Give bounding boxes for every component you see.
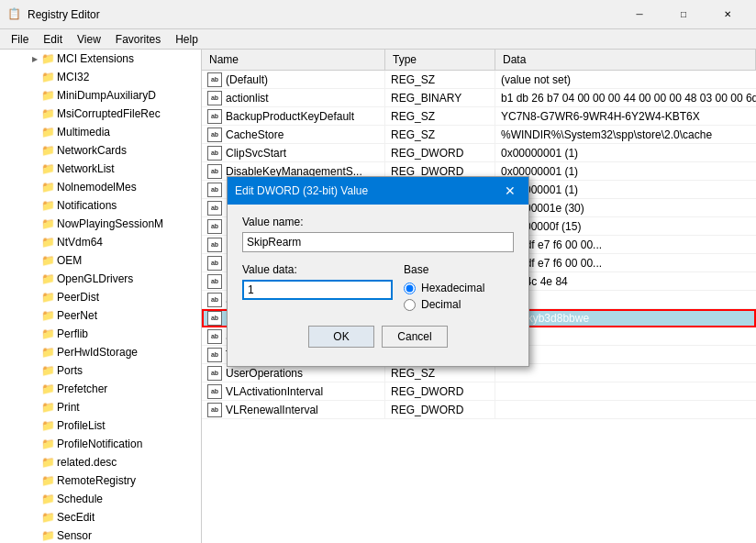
modal-overlay: Edit DWORD (32-bit) Value ✕ Value name: … [0,0,756,543]
value-name-label: Value name: [242,216,514,228]
radio-hexadecimal[interactable]: Hexadecimal [404,282,514,294]
ok-button[interactable]: OK [308,326,374,348]
dialog-title: Edit DWORD (32-bit) Value [235,184,499,197]
value-data-label: Value data: [242,263,393,276]
radio-hex-input[interactable] [404,283,416,294]
dialog-body: Value name: Value data: Base Hexadecimal… [228,205,528,366]
value-data-input[interactable] [242,280,393,300]
base-label: Base [404,263,514,276]
radio-hex-label: Hexadecimal [421,282,484,294]
dialog-close-button[interactable]: ✕ [499,180,521,202]
cancel-button[interactable]: Cancel [382,326,448,348]
dialog-title-bar: Edit DWORD (32-bit) Value ✕ [228,177,528,205]
radio-dec-input[interactable] [404,299,416,311]
dialog-buttons: OK Cancel [242,315,514,355]
value-name-input[interactable] [242,232,514,252]
radio-decimal[interactable]: Decimal [404,298,514,311]
dialog: Edit DWORD (32-bit) Value ✕ Value name: … [227,176,529,367]
modal-row: Value data: Base Hexadecimal Decimal [242,263,514,315]
radio-dec-label: Decimal [421,298,461,311]
value-data-section: Value data: [242,263,393,315]
base-section: Base Hexadecimal Decimal [404,263,514,315]
